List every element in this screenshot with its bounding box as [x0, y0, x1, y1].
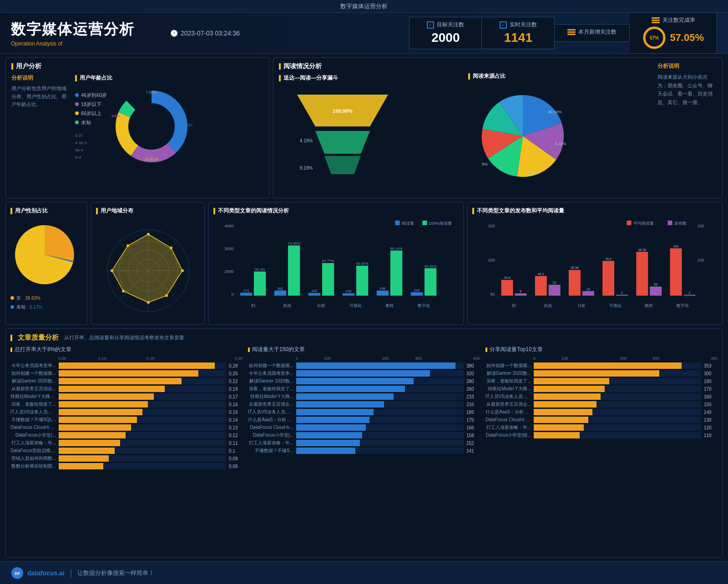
svg-text:100: 100	[488, 258, 495, 262]
top-bar-title: 数字媒体运营分析	[340, 2, 388, 10]
header-stats: ✓ 目标关注数 2000 ✓ 实时关注数 1141 本月新增关注数	[409, 12, 717, 54]
list-item: DataFocus Cloud今... 166	[248, 424, 480, 431]
svg-rect-58	[240, 293, 252, 296]
svg-text:57%: 57%	[650, 35, 659, 40]
list-item: 今年公务员国考竞争... 0.28	[10, 362, 243, 369]
svg-rect-97	[501, 280, 513, 296]
legend-dot-age3	[75, 111, 79, 115]
svg-text:298: 298	[379, 287, 386, 291]
svg-rect-56	[423, 221, 427, 225]
svg-point-43	[170, 247, 172, 249]
stat-target-value: 2000	[422, 30, 469, 45]
svg-text:到: 到	[512, 303, 516, 308]
datafocus-logo-icon: DF	[11, 567, 24, 579]
svg-rect-63	[274, 291, 286, 296]
stat-realtime-value: 1141	[495, 30, 541, 45]
top-bar: 数字媒体运营分析	[0, 0, 728, 13]
svg-text:100: 100	[697, 258, 704, 262]
svg-rect-104	[549, 285, 561, 296]
svg-point-42	[147, 233, 150, 236]
age-chart: 用户年龄占比 46岁到60岁 18岁以下	[75, 74, 263, 192]
list-item: DataFocus Cloud今日... 0.13	[10, 424, 243, 431]
clock-icon: 🕐	[170, 30, 178, 37]
footer-divider: |	[70, 568, 72, 578]
svg-rect-54	[395, 221, 400, 225]
header-title-block: 数字媒体运营分析 Operation Analysis of	[11, 20, 157, 47]
list-item: 深夜，老板给我发了... 0.16	[10, 401, 243, 408]
svg-rect-1	[567, 31, 576, 33]
quality-title: 文章质量分析	[18, 333, 59, 342]
svg-rect-109	[582, 291, 594, 296]
svg-text:104: 104	[673, 245, 679, 248]
svg-text:4.19%: 4.19%	[300, 138, 313, 143]
svg-text:2000: 2000	[224, 269, 233, 274]
svg-text:73.55%: 73.55%	[288, 242, 300, 246]
list-item: 深夜，老板给我发了... 260	[248, 386, 480, 392]
svg-text:24: 24	[553, 281, 556, 284]
list-item: 解读Gartner 2020数... 0.22	[10, 378, 243, 384]
list-item: 特斯拉Model Y大降... 233	[248, 393, 480, 400]
svg-rect-119	[650, 287, 662, 296]
svg-text:100.00%: 100.00%	[333, 108, 353, 114]
geo-radar-chart	[96, 218, 201, 318]
svg-text:5%: 5%	[482, 162, 488, 166]
list-item: DataFocus小学堂|... 0.12	[10, 432, 243, 438]
completion-circle: 57%	[642, 26, 666, 50]
svg-text:3000: 3000	[224, 247, 233, 251]
list-item: IT人员VS业务人员利... 160	[485, 393, 718, 400]
list-item: 数数分析师在给制图... 0.08	[10, 463, 243, 469]
reading-analysis-panel: 阅读情况分析 送达—阅读—分享漏斗	[273, 57, 723, 198]
svg-text:24.61%: 24.61%	[145, 157, 159, 161]
svg-text:教程: 教程	[385, 303, 394, 308]
legend-dot-age1	[75, 93, 79, 97]
svg-rect-0	[567, 29, 576, 30]
list-item: DataFocus小学堂|... 158	[248, 432, 480, 438]
title-bar-reading	[279, 63, 281, 70]
svg-point-47	[122, 290, 125, 292]
svg-text:35.4%: 35.4%	[255, 267, 265, 272]
list-item: 打工人涨薪攻略：年... 152	[248, 440, 480, 446]
list-item: 特斯拉Model Y大降价... 0.17	[10, 393, 243, 400]
svg-rect-80	[390, 251, 402, 296]
list-item: IT人员VS业务人员利... 0.15	[10, 409, 243, 415]
list-item: 不懂数据？不懂SQL... 0.14	[10, 417, 243, 423]
list-item: 今年公务员国考竞争... 320	[248, 370, 480, 377]
svg-text:其他: 其他	[283, 303, 291, 308]
svg-text:5%: 5%	[530, 171, 536, 176]
svg-rect-122	[670, 248, 682, 296]
check-icon-1: ✓	[427, 21, 434, 29]
svg-text:20: 20	[654, 283, 657, 286]
header: 数字媒体运营分析 Operation Analysis of 🕐 2023-07…	[0, 13, 728, 54]
svg-text:40.28%: 40.28%	[425, 264, 437, 268]
list-item: 什么是AaaS：分析即... 140	[485, 409, 718, 415]
svg-text:到: 到	[251, 303, 255, 308]
legend-dot-age2	[75, 102, 79, 106]
svg-text:76.3: 76.3	[605, 257, 612, 261]
svg-text:162: 162	[311, 289, 318, 293]
svg-text:发布数: 发布数	[674, 221, 687, 226]
svg-marker-41	[112, 234, 182, 302]
svg-text:4.12%: 4.12%	[555, 141, 566, 146]
svg-text:100%阅读量: 100%阅读量	[429, 221, 452, 226]
svg-text:56.58: 56.58	[571, 266, 579, 269]
svg-text:50: 50	[490, 292, 495, 297]
svg-point-48	[111, 269, 113, 272]
user-analysis-title: 用户分析	[11, 62, 263, 70]
svg-text:2: 2	[688, 291, 690, 294]
svg-text:10: 10	[586, 287, 590, 291]
list-item: DataFocus小学堂|错... 110	[485, 432, 718, 438]
share-top10-section: 分享阅读量Top10文章 0 100 200 300 400 如何创建一个数据驱…	[485, 346, 718, 549]
svg-rect-93	[627, 221, 632, 225]
stat-completion: 关注数完成率 57% 57.05%	[630, 12, 717, 54]
read-count-section: 阅读量大于150的文章 0 100 200 300 400 如何创建一个数据驱.…	[248, 346, 480, 549]
quality-title-bar	[10, 335, 12, 341]
svg-text:43.26%: 43.26%	[181, 123, 192, 127]
svg-rect-99	[515, 293, 527, 296]
list-item: 解读Gartner 2020数... 300	[485, 370, 718, 377]
funnel-chart: 100.00% 4.19% 9.19%	[279, 86, 406, 186]
page-title: 数字媒体运营分析	[11, 20, 157, 40]
reading-source-desc: 分析说明 阅读来源从大到小依次为：朋友圈、公众号、聊天会话、看一看、历史消息、其…	[657, 62, 717, 193]
article-type-publish-panel: 不同类型文章的发布数和平均阅读量 15010050150100平均阅读量发布数3…	[467, 202, 723, 325]
svg-text:平均阅读量: 平均阅读量	[633, 221, 654, 226]
list-item: 营销人是如何利用数... 0.09	[10, 455, 243, 462]
